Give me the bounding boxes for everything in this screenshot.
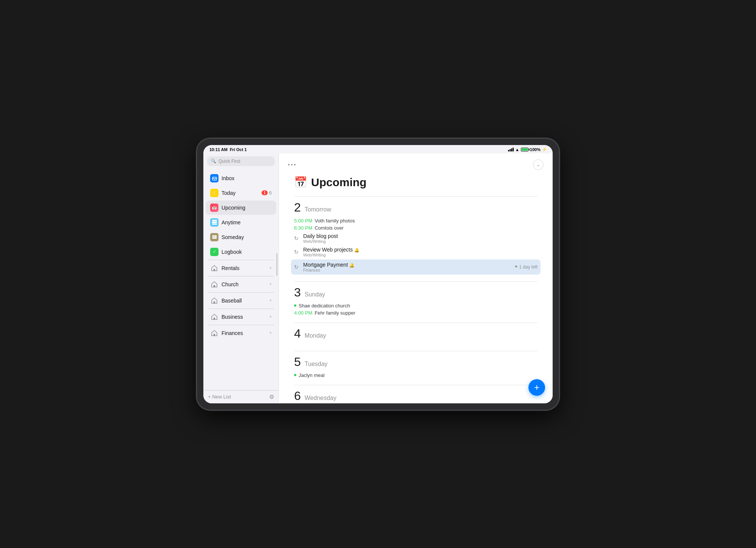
day-number-4: 4 [294, 327, 301, 340]
page-title-area: 📅 Upcoming [279, 173, 553, 196]
sidebar-item-inbox[interactable]: Inbox [206, 171, 276, 185]
event-fehr[interactable]: 4:00 PM Fehr family supper [294, 309, 538, 316]
event-name-shae: Shae dedication church [299, 303, 350, 309]
day-header-5: 5 Tuesday [294, 351, 538, 370]
search-bar[interactable]: 🔍 Quick Find [207, 156, 275, 166]
new-list-button[interactable]: + New List [208, 394, 231, 400]
task-deadline-mortgage: ⚑ 1 day left [514, 264, 538, 270]
anytime-icon [210, 218, 218, 227]
collapse-button[interactable]: ⌄ [533, 159, 544, 170]
event-jaclyn[interactable]: Jaclyn meal [294, 372, 538, 379]
sidebar-divider-5 [208, 325, 274, 325]
search-icon: 🔍 [211, 159, 216, 164]
status-right: ▲ 100% ⚡ [508, 147, 547, 152]
battery-fill [522, 148, 528, 151]
svg-rect-3 [212, 224, 217, 225]
svg-rect-4 [212, 235, 217, 239]
business-label: Business [222, 314, 270, 320]
sidebar-divider-2 [208, 276, 274, 276]
church-chevron: ▾ [270, 282, 272, 287]
svg-rect-1 [212, 220, 217, 221]
today-badge: 1 [262, 190, 268, 195]
sidebar-item-logbook[interactable]: ✓ Logbook [206, 245, 276, 259]
sidebar-divider-3 [208, 292, 274, 293]
task-mortgage[interactable]: ↻ Mortgage Payment 🔔 Finances ⚑ 1 day le… [291, 259, 541, 275]
signal-bar-4 [513, 148, 514, 151]
event-time-comtois: 6:30 PM [294, 225, 312, 231]
sidebar-item-business[interactable]: Business ▾ [206, 310, 276, 324]
add-button[interactable]: + [528, 379, 545, 396]
day-header-4: 4 Monday [294, 323, 538, 342]
event-shae[interactable]: Shae dedication church [294, 302, 538, 309]
task-info-review: Review Web projects 🔔 Web/Writing [303, 247, 538, 257]
sidebar-item-finances[interactable]: Finances ▾ [206, 326, 276, 340]
sidebar-item-church[interactable]: Church ▾ [206, 277, 276, 292]
day-header-3: 3 Sunday [294, 281, 538, 301]
event-name-voth: Voth family photos [314, 218, 355, 224]
event-voth[interactable]: 5:00 PM Voth family photos [294, 217, 538, 224]
sidebar-item-anytime[interactable]: Anytime [206, 215, 276, 230]
day-header-2: 2 Tomorrow [294, 196, 538, 216]
day-tasks-3: Shae dedication church 4:00 PM Fehr fami… [294, 301, 538, 320]
day-number-6: 6 [294, 390, 301, 402]
ipad-frame: 10:11 AM Fri Oct 1 ▲ 100% ⚡ [197, 138, 559, 410]
day-tasks-5: Jaclyn meal [294, 370, 538, 382]
task-review-web[interactable]: ↻ Review Web projects 🔔 Web/Writing [294, 245, 538, 259]
recurring-icon-3: ↻ [294, 264, 300, 270]
svg-rect-8 [214, 269, 215, 271]
sidebar: 🔍 Quick Find Inbox [203, 153, 279, 403]
page-title-icon: 📅 [294, 176, 307, 188]
day-section-3: 3 Sunday Shae dedication church 4:00 PM … [279, 281, 553, 320]
status-time: 10:11 AM [209, 147, 228, 152]
svg-rect-2 [212, 222, 217, 223]
baseball-chevron: ▾ [270, 298, 272, 303]
search-placeholder: Quick Find [218, 159, 240, 164]
task-info-mortgage: Mortgage Payment 🔔 Finances [303, 262, 511, 272]
day-tasks-4 [294, 342, 538, 348]
day-number-5: 5 [294, 356, 301, 368]
sidebar-item-upcoming[interactable]: 📅 Upcoming [206, 201, 276, 215]
event-time-fehr: 4:00 PM [294, 310, 312, 316]
status-bar: 10:11 AM Fri Oct 1 ▲ 100% ⚡ [203, 145, 553, 153]
event-name-jaclyn: Jaclyn meal [299, 372, 325, 378]
sidebar-scrollbar[interactable] [276, 253, 277, 276]
day-tasks-2: 5:00 PM Voth family photos 6:30 PM Comto… [294, 216, 538, 278]
recurring-icon-1: ↻ [294, 235, 300, 241]
day-name-6: Wednesday [305, 395, 336, 401]
event-time-voth: 5:00 PM [294, 218, 312, 224]
today-label: Today [222, 190, 262, 196]
battery-percent: 100% [530, 147, 541, 152]
inbox-label: Inbox [222, 175, 272, 181]
rentals-icon [210, 264, 218, 272]
page-title-text: Upcoming [311, 176, 367, 189]
sidebar-divider-1 [208, 260, 274, 260]
sidebar-divider-4 [208, 309, 274, 309]
task-daily-blog[interactable]: ↻ Daily blog post Web/Writing [294, 232, 538, 245]
sidebar-item-rentals[interactable]: Rentals ▾ [206, 261, 276, 275]
recurring-icon-2: ↻ [294, 249, 300, 255]
svg-rect-12 [214, 301, 215, 303]
bell-icon-review: 🔔 [354, 248, 359, 252]
add-icon: + [534, 382, 539, 393]
settings-icon[interactable]: ⚙ [269, 394, 274, 400]
day-name-2: Tomorrow [305, 206, 331, 213]
battery [521, 148, 528, 151]
task-area-mortgage: Finances [303, 268, 511, 272]
status-left: 10:11 AM Fri Oct 1 [209, 147, 247, 152]
sidebar-item-today[interactable]: ⭐ Today 1 6 [206, 186, 276, 200]
charging-icon: ⚡ [542, 147, 547, 151]
sidebar-item-someday[interactable]: Someday [206, 230, 276, 244]
day-header-6: 6 Wednesday [294, 385, 538, 403]
dot-3 [294, 164, 296, 165]
flag-icon: ⚑ [514, 265, 518, 269]
nav-items: Inbox ⭐ Today 1 6 📅 Upcoming [203, 169, 279, 390]
today-count: 6 [269, 190, 272, 196]
day-section-4: 4 Monday [279, 323, 553, 348]
sidebar-item-baseball[interactable]: Baseball ▾ [206, 293, 276, 308]
finances-label: Finances [222, 330, 270, 336]
finances-chevron: ▾ [270, 330, 272, 335]
day-name-5: Tuesday [305, 361, 328, 367]
day-section-6: 6 Wednesday [279, 385, 553, 403]
event-comtois[interactable]: 6:30 PM Comtois over [294, 224, 538, 232]
task-info-blog: Daily blog post Web/Writing [303, 233, 538, 244]
